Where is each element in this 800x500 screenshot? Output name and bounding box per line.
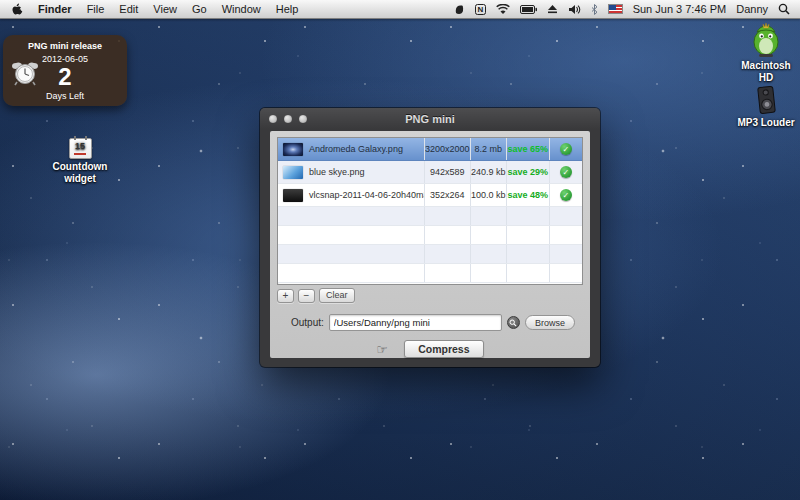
file-dimensions: [424, 226, 470, 244]
file-size: [470, 245, 506, 263]
calendar-day: 15: [70, 140, 91, 152]
file-size: [470, 264, 506, 282]
desktop-icon-mp3-louder[interactable]: MP3 Louder: [735, 85, 797, 129]
file-dimensions: 942x589: [424, 161, 470, 183]
desktop-icon-label: Macintosh HD: [735, 60, 797, 84]
wifi-icon[interactable]: [496, 4, 510, 15]
alarm-clock-icon: [12, 60, 38, 91]
table-row[interactable]: Andromeda Galaxy.png 3200x2000 8.2 mb sa…: [278, 138, 582, 161]
file-thumbnail: [283, 189, 303, 202]
file-dimensions: [424, 264, 470, 282]
file-name: blue skye.png: [309, 167, 365, 177]
table-row[interactable]: [278, 264, 582, 283]
widget-days-label: Days Left: [3, 91, 127, 101]
file-table-body: Andromeda Galaxy.png 3200x2000 8.2 mb sa…: [278, 138, 582, 283]
desktop-icon-countdown-widget[interactable]: 15 Countdown widget: [25, 138, 135, 185]
spotlight-search-icon[interactable]: [778, 3, 790, 15]
save-percentage: [506, 207, 549, 225]
add-file-button[interactable]: +: [277, 289, 294, 303]
save-percentage: [506, 245, 549, 263]
calendar-icon: 15: [69, 138, 92, 159]
table-row[interactable]: [278, 245, 582, 264]
file-size: [470, 207, 506, 225]
minimize-button[interactable]: [284, 115, 292, 123]
table-row[interactable]: blue skye.png 942x589 240.9 kb save 29% …: [278, 161, 582, 184]
file-dimensions: 3200x2000: [424, 138, 470, 160]
table-row[interactable]: vlcsnap-2011-04-06-20h40m36s165.png 352x…: [278, 184, 582, 207]
check-icon: ✓: [560, 143, 572, 155]
eject-icon[interactable]: [547, 4, 558, 14]
window-title: PNG mini: [260, 113, 600, 125]
check-icon: ✓: [560, 189, 572, 201]
file-table: Andromeda Galaxy.png 3200x2000 8.2 mb sa…: [277, 137, 583, 285]
widget-title: PNG mini release: [3, 41, 127, 51]
browse-button[interactable]: Browse: [525, 315, 575, 330]
desktop-icon-macintosh-hd[interactable]: Macintosh HD: [735, 22, 797, 84]
file-size: 8.2 mb: [470, 138, 506, 160]
countdown-widget[interactable]: PNG mini release 2012-06-05 2 Days Left: [3, 35, 127, 106]
menu-user[interactable]: Danny: [736, 3, 768, 15]
clear-button[interactable]: Clear: [319, 288, 355, 303]
volume-icon[interactable]: [568, 4, 581, 15]
save-percentage: save 65%: [506, 138, 549, 160]
save-percentage: save 48%: [506, 184, 549, 206]
magnifier-icon[interactable]: [507, 316, 520, 329]
menu-item-view[interactable]: View: [153, 3, 177, 15]
check-icon: ✓: [560, 166, 572, 178]
file-size: [470, 226, 506, 244]
menu-item-go[interactable]: Go: [192, 3, 207, 15]
table-row[interactable]: [278, 207, 582, 226]
apple-menu-icon[interactable]: [11, 2, 23, 16]
save-percentage: [506, 264, 549, 282]
desktop-icon-label: MP3 Louder: [735, 117, 797, 129]
save-percentage: save 29%: [506, 161, 549, 183]
file-name: Andromeda Galaxy.png: [309, 144, 403, 154]
menu-item-edit[interactable]: Edit: [119, 3, 138, 15]
bluetooth-icon[interactable]: [591, 4, 598, 15]
file-thumbnail: [283, 166, 303, 179]
save-percentage: [506, 226, 549, 244]
battery-icon[interactable]: [520, 5, 537, 14]
green-creature-drive-icon: [735, 22, 797, 58]
file-size: 100.0 kb: [470, 184, 506, 206]
svg-text:N: N: [477, 5, 483, 14]
close-button[interactable]: [269, 115, 277, 123]
table-row[interactable]: [278, 226, 582, 245]
input-menu-icon[interactable]: N: [475, 4, 486, 15]
file-name: vlcsnap-2011-04-06-20h40m36s165.png: [309, 190, 424, 200]
output-path-input[interactable]: [329, 314, 502, 331]
output-row: Output: Browse: [277, 314, 583, 331]
file-dimensions: [424, 207, 470, 225]
menu-bar: Finder File Edit View Go Window Help N S…: [0, 0, 800, 19]
menu-item-help[interactable]: Help: [276, 3, 299, 15]
window-content: Andromeda Galaxy.png 3200x2000 8.2 mb sa…: [270, 131, 590, 358]
file-thumbnail: [283, 143, 303, 156]
menu-item-finder[interactable]: Finder: [38, 3, 72, 15]
compress-button[interactable]: Compress: [404, 340, 484, 358]
table-toolbar: + − Clear: [277, 288, 583, 303]
menu-clock[interactable]: Sun Jun 3 7:46 PM: [633, 3, 727, 15]
zoom-button[interactable]: [299, 115, 307, 123]
compress-row: ☞ Compress: [277, 340, 583, 358]
us-flag-icon[interactable]: [608, 4, 623, 14]
file-dimensions: [424, 245, 470, 263]
app-status-icon[interactable]: [454, 4, 465, 15]
menu-item-window[interactable]: Window: [222, 3, 261, 15]
file-size: 240.9 kb: [470, 161, 506, 183]
speaker-icon: [735, 85, 797, 115]
file-dimensions: 352x264: [424, 184, 470, 206]
pointing-hand-icon: ☞: [376, 343, 388, 356]
window-title-bar[interactable]: PNG mini: [260, 108, 600, 129]
output-label: Output:: [291, 317, 324, 328]
png-mini-window: PNG mini Andromeda Galaxy.png 3200x2000 …: [260, 108, 600, 367]
menu-item-file[interactable]: File: [87, 3, 105, 15]
remove-file-button[interactable]: −: [298, 289, 315, 303]
desktop-icon-label: Countdown widget: [45, 161, 115, 185]
